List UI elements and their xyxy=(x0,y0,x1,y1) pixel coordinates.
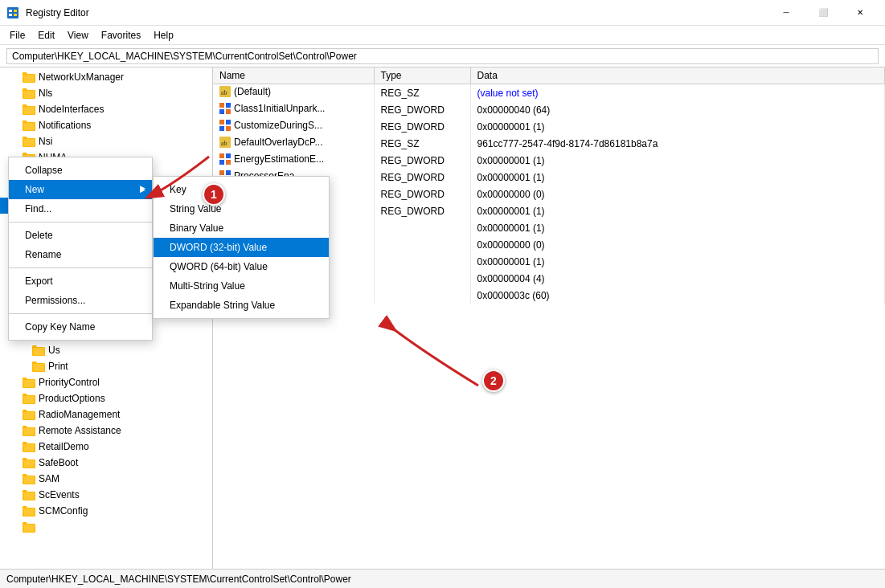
maximize-button[interactable]: ⬜ xyxy=(805,0,842,26)
cell-type xyxy=(374,253,470,270)
address-input[interactable] xyxy=(6,48,879,64)
svg-rect-18 xyxy=(226,153,231,158)
menu-view[interactable]: View xyxy=(61,28,95,43)
sub-binary[interactable]: Binary Value xyxy=(154,218,329,238)
svg-rect-0 xyxy=(7,7,18,18)
sub-qword[interactable]: QWORD (64-bit) Value xyxy=(154,257,329,276)
svg-rect-13 xyxy=(219,126,224,131)
tree-item-notifications[interactable]: Notifications xyxy=(0,117,212,133)
tree-item-us[interactable]: Print xyxy=(0,358,212,374)
table-row[interactable]: Class1InitialUnpark... REG_DWORD 0x00000… xyxy=(213,101,885,118)
folder-icon xyxy=(23,71,35,83)
menu-file[interactable]: File xyxy=(3,28,31,43)
minimize-button[interactable]: ─ xyxy=(768,0,805,26)
submenu: Key String Value Binary Value DWORD (32-… xyxy=(153,176,330,319)
tree-item-prioritycontrol[interactable]: ProductOptions xyxy=(0,390,212,406)
tree-item-networkuxmanager[interactable]: NetworkUxManager xyxy=(0,69,212,85)
ctx-delete[interactable]: Delete xyxy=(9,226,152,245)
folder-icon xyxy=(32,345,45,356)
expand-arrow xyxy=(13,427,23,435)
sub-dword[interactable]: DWORD (32-bit) Value xyxy=(154,238,329,257)
cell-data: 0x00000001 (1) xyxy=(470,219,885,236)
expand-arrow xyxy=(13,410,23,419)
expand-arrow xyxy=(13,394,23,403)
tree-item-nodeinterfaces[interactable]: NodeInterfaces xyxy=(0,101,212,117)
menu-favorites[interactable]: Favorites xyxy=(95,28,147,43)
tree-item-label: SafeBoot xyxy=(39,457,78,468)
ctx-copy-key[interactable]: Copy Key Name xyxy=(9,317,152,337)
expand-arrow xyxy=(13,73,23,82)
folder-icon xyxy=(23,473,35,484)
annotation-1: 1 xyxy=(203,183,225,206)
cell-type: REG_DWORD xyxy=(374,202,470,219)
cell-type: REG_DWORD xyxy=(374,152,470,169)
tree-item-safeboot[interactable]: SAM xyxy=(0,471,212,487)
ctx-rename[interactable]: Rename xyxy=(9,245,152,264)
folder-icon xyxy=(23,136,35,147)
expand-arrow xyxy=(13,459,23,468)
tree-item-scevents[interactable]: SCMConfig xyxy=(0,503,212,519)
svg-rect-22 xyxy=(226,170,231,175)
context-menu-wrapper: Collapse New ▶ Find... Delete Rename Exp… xyxy=(8,157,153,341)
sub-multistring[interactable]: Multi-String Value xyxy=(154,276,329,296)
tree-item-radiomanagement[interactable]: Remote Assistance xyxy=(0,423,212,439)
close-button[interactable]: ✕ xyxy=(842,0,879,26)
tree-item-print[interactable]: PriorityControl xyxy=(0,374,212,390)
svg-rect-19 xyxy=(219,160,224,165)
cell-type: REG_DWORD xyxy=(374,101,470,118)
svg-rect-17 xyxy=(219,153,224,158)
folder-icon xyxy=(23,393,35,404)
svg-rect-20 xyxy=(226,160,231,165)
svg-rect-8 xyxy=(226,103,231,108)
tree-item-retaildemo[interactable]: SafeBoot xyxy=(0,455,212,471)
table-row[interactable]: ab DefaultOverlayDcP... REG_SZ 961cc777-… xyxy=(213,135,885,152)
reg-icon: ab (Default) xyxy=(219,86,271,97)
cell-type: REG_DWORD xyxy=(374,169,470,186)
ctx-find[interactable]: Find... xyxy=(9,199,152,218)
tree-item-nsi[interactable]: Nsi xyxy=(0,133,212,149)
cell-data: 0x00000040 (64) xyxy=(470,101,885,118)
tree-item-label: ScEvents xyxy=(39,489,80,500)
ctx-collapse[interactable]: Collapse xyxy=(9,161,152,180)
expand-arrow xyxy=(13,491,23,500)
cell-data: 0x00000001 (1) xyxy=(470,253,885,270)
table-row[interactable]: CustomizeDuringS... REG_DWORD 0x00000001… xyxy=(213,118,885,135)
ctx-permissions[interactable]: Permissions... xyxy=(9,291,152,310)
cell-name: ab (Default) xyxy=(213,84,374,102)
svg-text:ab: ab xyxy=(221,89,227,96)
expand-arrow xyxy=(13,121,23,130)
ctx-export[interactable]: Export xyxy=(9,272,152,291)
table-row[interactable]: EnergyEstimationE... REG_DWORD 0x0000000… xyxy=(213,152,885,169)
folder-icon xyxy=(23,120,35,131)
folder-icon xyxy=(23,425,35,436)
tree-item-sy[interactable]: Us xyxy=(0,342,212,358)
cell-data: 0x00000004 (4) xyxy=(470,270,885,287)
tree-item-nls[interactable]: Nls xyxy=(0,85,212,101)
menu-help[interactable]: Help xyxy=(147,28,180,43)
sub-expandable[interactable]: Expandable String Value xyxy=(154,296,329,315)
folder-icon xyxy=(23,104,35,115)
folder-icon xyxy=(23,441,35,452)
tree-item-sam[interactable]: ScEvents xyxy=(0,487,212,503)
tree-item-scmconfig[interactable] xyxy=(0,519,212,535)
tree-item-label: SCMConfig xyxy=(39,505,88,517)
expand-arrow xyxy=(13,105,23,114)
ctx-new[interactable]: New ▶ xyxy=(9,180,152,199)
expand-arrow xyxy=(13,523,23,532)
sub-key[interactable]: Key xyxy=(154,180,329,199)
cell-type xyxy=(374,270,470,287)
svg-rect-21 xyxy=(219,170,224,175)
tree-item-label: RetailDemo xyxy=(39,441,89,452)
menu-edit[interactable]: Edit xyxy=(31,28,61,43)
cell-data: 0x00000001 (1) xyxy=(470,202,885,219)
table-row[interactable]: ab (Default) REG_SZ (value not set) xyxy=(213,84,885,102)
svg-rect-1 xyxy=(9,10,12,12)
expand-arrow xyxy=(13,89,23,98)
sub-string[interactable]: String Value xyxy=(154,199,329,218)
tree-item-label: Nls xyxy=(39,88,52,99)
cell-name: Class1InitialUnpark... xyxy=(213,101,374,118)
address-bar xyxy=(0,45,885,67)
tree-item-productoptions[interactable]: RadioManagement xyxy=(0,406,212,423)
tree-item-remote-assistance[interactable]: RetailDemo xyxy=(0,439,212,455)
reg-icon: EnergyEstimationE... xyxy=(219,153,324,165)
